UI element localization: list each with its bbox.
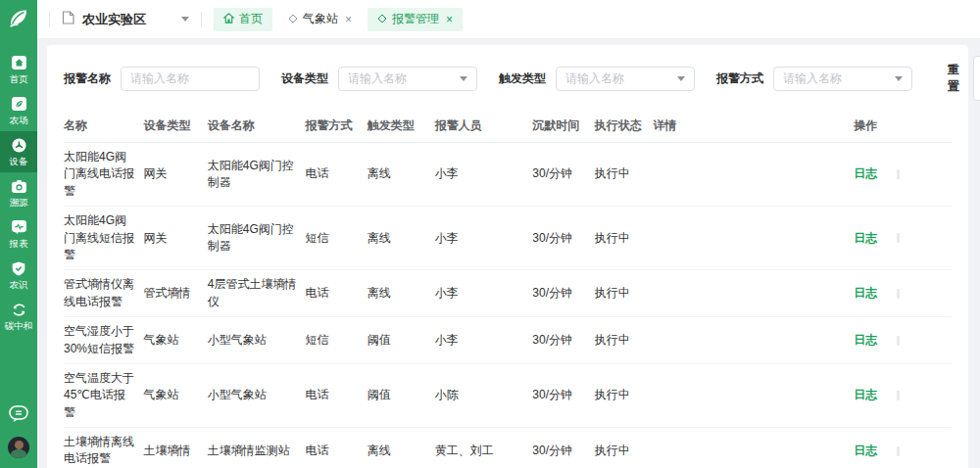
tab-home[interactable]: 首页 bbox=[214, 8, 272, 31]
sidebar-item-label: 农场 bbox=[10, 115, 28, 124]
cell-device-name: 太阳能4G阀门控制器 bbox=[208, 207, 306, 270]
cell-alarm-method: 短信 bbox=[305, 207, 367, 270]
cell-trigger-type: 离线 bbox=[368, 270, 435, 317]
tab-weather-station[interactable]: 气象站 × bbox=[278, 8, 362, 31]
log-link[interactable]: 日志 bbox=[854, 333, 877, 347]
cell-device-type: 气象站 bbox=[144, 363, 208, 427]
cell-alarm-person: 小李 bbox=[435, 143, 533, 207]
log-link[interactable]: 日志 bbox=[854, 166, 877, 180]
cell-alarm-method: 电话 bbox=[305, 363, 367, 427]
select-placeholder: 请输入名称 bbox=[783, 70, 842, 87]
cell-trigger-type: 离线 bbox=[368, 207, 435, 270]
table-row: 太阳能4G阀门离线短信报警 网关 太阳能4G阀门控制器 短信 离线 小李 30/… bbox=[64, 207, 952, 270]
log-link[interactable]: 日志 bbox=[854, 231, 877, 245]
sidebar-item-label: 设备 bbox=[10, 156, 28, 165]
cell-device-name: 4层管式土壤墒情仪 bbox=[208, 270, 306, 317]
cell-alarm-name: 土壤墒情离线电话报警 bbox=[64, 428, 144, 468]
cell-alarm-name: 太阳能4G阀门离线电话报警 bbox=[64, 143, 144, 207]
cell-device-type: 网关 bbox=[144, 207, 208, 270]
cell-device-name: 小型气象站 bbox=[208, 317, 306, 364]
col-header-device-name: 设备名称 bbox=[208, 110, 306, 143]
trigger-type-select[interactable]: 请输入名称 bbox=[556, 67, 695, 91]
device-icon bbox=[12, 138, 26, 152]
col-header-alarm-method: 报警方式 bbox=[305, 110, 367, 143]
filter-alarm-method: 报警方式 请输入名称 bbox=[716, 67, 912, 91]
sidebar-item-home[interactable]: 首页 bbox=[0, 49, 37, 90]
cell-exec-status: 执行中 bbox=[595, 428, 654, 468]
cell-silence-time: 30/分钟 bbox=[532, 363, 594, 427]
close-icon[interactable]: × bbox=[345, 14, 352, 25]
chevron-down-icon bbox=[181, 17, 189, 22]
filter-device-type: 设备类型 请输入名称 bbox=[281, 67, 477, 91]
sidebar-item-farm[interactable]: 农场 bbox=[0, 90, 37, 131]
col-header-device-type: 设备类型 bbox=[144, 110, 208, 143]
topbar-divider bbox=[201, 12, 202, 27]
log-link[interactable]: 日志 bbox=[854, 444, 877, 457]
tab-label: 报警管理 bbox=[392, 11, 439, 27]
topbar: 农业实验区 首页 气象站 × 报警管理 bbox=[37, 0, 980, 39]
content-area: 报警名称 设备类型 请输入名称 触发类型 请输入名称 bbox=[37, 39, 980, 468]
col-header-detail: 详情 bbox=[654, 110, 855, 143]
reset-button[interactable]: 重置 bbox=[948, 62, 959, 95]
cell-alarm-person: 黄工、刘工 bbox=[435, 428, 533, 468]
col-header-alarm-person: 报警人员 bbox=[435, 110, 533, 143]
cell-detail bbox=[654, 207, 855, 270]
log-link[interactable]: 日志 bbox=[854, 286, 877, 300]
action-divider bbox=[897, 446, 900, 456]
tab-label: 首页 bbox=[239, 11, 263, 27]
col-header-action: 操作 bbox=[854, 110, 952, 143]
table-row: 空气温度大于45℃电话报警 气象站 小型气象站 电话 阈值 小陈 30/分钟 执… bbox=[64, 363, 952, 427]
cell-device-type: 管式墒情 bbox=[144, 270, 208, 317]
sidebar-item-carbon[interactable]: 碳中和 bbox=[0, 296, 37, 337]
cell-alarm-name: 管式墒情仪离线电话报警 bbox=[64, 270, 144, 317]
alarm-name-input[interactable] bbox=[121, 67, 260, 91]
select-placeholder: 请输入名称 bbox=[565, 70, 624, 87]
sidebar-footer bbox=[8, 405, 29, 468]
cell-alarm-person: 小陈 bbox=[435, 363, 533, 427]
cell-alarm-person: 小李 bbox=[435, 317, 533, 364]
tag-icon bbox=[288, 13, 298, 26]
chat-bubble-icon[interactable] bbox=[9, 405, 28, 427]
chart-bubble-icon bbox=[12, 220, 26, 234]
cell-detail bbox=[654, 270, 855, 317]
table-row: 太阳能4G阀门离线电话报警 网关 太阳能4G阀门控制器 电话 离线 小李 30/… bbox=[64, 143, 952, 207]
sidebar-item-knowledge[interactable]: 农识 bbox=[0, 255, 37, 296]
table-row: 土壤墒情离线电话报警 土壤墒情 土壤墒情监测站 电话 离线 黄工、刘工 30/分… bbox=[64, 428, 952, 468]
filter-label: 报警方式 bbox=[716, 70, 763, 87]
cell-alarm-method: 电话 bbox=[305, 143, 367, 207]
alarm-name-input-field[interactable] bbox=[130, 71, 250, 85]
filter-label: 设备类型 bbox=[281, 70, 328, 87]
sidebar-item-device[interactable]: 设备 bbox=[0, 131, 37, 172]
workspace-selector[interactable]: 农业实验区 bbox=[62, 11, 189, 28]
tab-label: 气象站 bbox=[303, 11, 338, 27]
table-row: 管式墒情仪离线电话报警 管式墒情 4层管式土壤墒情仪 电话 离线 小李 30/分… bbox=[64, 270, 952, 317]
camera-icon bbox=[12, 179, 26, 193]
sidebar-item-label: 农识 bbox=[10, 279, 28, 289]
cell-silence-time: 30/分钟 bbox=[532, 207, 594, 270]
table-row: 空气湿度小于30%短信报警 气象站 小型气象站 短信 阈值 小李 30/分钟 执… bbox=[64, 317, 952, 364]
table-header-row: 名称 设备类型 设备名称 报警方式 触发类型 报警人员 沉默时间 执行状态 详情… bbox=[64, 110, 952, 143]
cell-action: 日志 bbox=[854, 363, 952, 427]
device-type-select[interactable]: 请输入名称 bbox=[338, 67, 477, 91]
workspace-name: 农业实验区 bbox=[82, 11, 146, 28]
cell-trigger-type: 阈值 bbox=[368, 363, 435, 427]
tab-alarm-management[interactable]: 报警管理 × bbox=[368, 8, 463, 31]
sidebar-item-trace[interactable]: 溯源 bbox=[0, 172, 37, 213]
user-avatar[interactable] bbox=[8, 437, 29, 458]
cell-device-type: 网关 bbox=[144, 143, 208, 207]
query-button[interactable]: 查询 bbox=[973, 56, 980, 101]
alarm-table: 名称 设备类型 设备名称 报警方式 触发类型 报警人员 沉默时间 执行状态 详情… bbox=[64, 110, 952, 468]
cell-exec-status: 执行中 bbox=[595, 207, 654, 270]
cell-silence-time: 30/分钟 bbox=[532, 270, 594, 317]
topbar-divider bbox=[49, 12, 50, 27]
cell-exec-status: 执行中 bbox=[595, 270, 654, 317]
sidebar-item-report[interactable]: 报表 bbox=[0, 213, 37, 255]
log-link[interactable]: 日志 bbox=[854, 388, 877, 401]
alarm-method-select[interactable]: 请输入名称 bbox=[773, 67, 912, 91]
close-icon[interactable]: × bbox=[446, 14, 453, 25]
sidebar-item-label: 报表 bbox=[10, 238, 28, 248]
cell-detail bbox=[654, 317, 855, 364]
cell-alarm-person: 小李 bbox=[435, 270, 533, 317]
cell-alarm-name: 太阳能4G阀门离线短信报警 bbox=[64, 207, 144, 270]
cell-device-name: 太阳能4G阀门控制器 bbox=[208, 143, 306, 207]
